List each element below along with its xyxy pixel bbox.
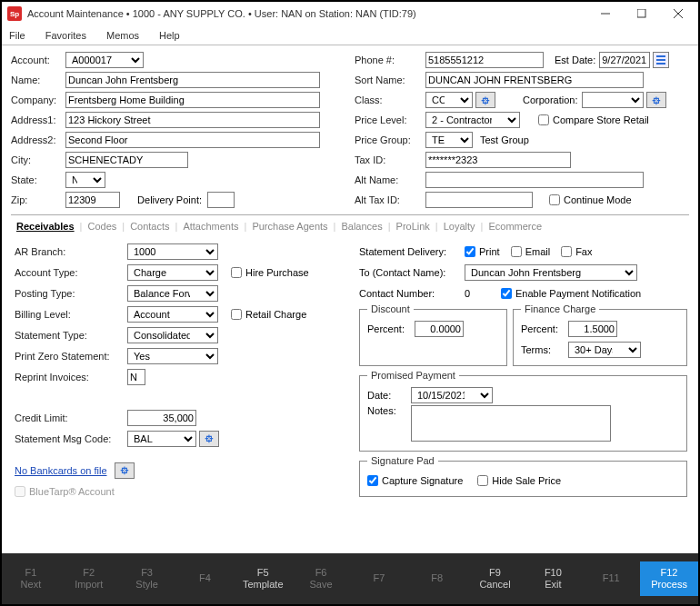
f12-process[interactable]: F12Process [640, 561, 698, 596]
menu-favorites[interactable]: Favorites [42, 28, 90, 43]
app-icon: Sp [7, 6, 22, 21]
finance-terms-label: Terms: [521, 344, 568, 355]
lookup-icon: ⯐ [205, 433, 214, 443]
hire-purchase-checkbox[interactable]: Hire Purchase [231, 267, 309, 278]
bluetarp-checkbox: BlueTarp® Account [15, 486, 115, 497]
phone-input[interactable] [425, 52, 544, 68]
billinglevel-label: Billing Level: [15, 309, 127, 320]
f11[interactable]: F11 [582, 567, 640, 590]
print-checkbox[interactable]: Print [465, 246, 500, 257]
arbranch-select[interactable]: 1000 [127, 243, 218, 260]
company-input[interactable] [65, 92, 320, 108]
fax-checkbox[interactable]: Fax [561, 246, 592, 257]
tab-purchase-agents[interactable]: Purchase Agents [246, 219, 333, 233]
tab-contacts[interactable]: Contacts [125, 219, 175, 233]
printzero-select[interactable]: Yes [127, 348, 218, 364]
discount-fieldset: Discount Percent: [359, 303, 507, 366]
tab-prolink[interactable]: ProLink [391, 219, 435, 233]
tab-ecommerce[interactable]: Ecommerce [483, 219, 547, 233]
creditlimit-label: Credit Limit: [15, 412, 127, 423]
promised-notes-input[interactable] [411, 405, 611, 442]
taxid-input[interactable] [425, 152, 571, 168]
msgcode-select[interactable]: BAL [127, 431, 196, 447]
altname-input[interactable] [425, 172, 644, 188]
menu-file[interactable]: File [5, 28, 29, 43]
compare-retail-checkbox[interactable]: Compare Store Retail [538, 114, 649, 125]
corporation-select[interactable] [582, 92, 644, 108]
billinglevel-select[interactable]: Account [127, 306, 218, 323]
promised-legend: Promised Payment [367, 370, 459, 381]
corporation-lookup-button[interactable]: ⯐ [646, 92, 666, 108]
list-icon[interactable] [653, 52, 669, 68]
promised-date-select[interactable]: 10/15/2021 [411, 387, 493, 403]
enable-notification-checkbox[interactable]: Enable Payment Notification [501, 288, 641, 299]
finance-percent-input[interactable] [568, 321, 617, 337]
pricegroup-select[interactable]: TES [425, 132, 473, 148]
state-select[interactable]: NY [65, 172, 105, 188]
menu-help[interactable]: Help [155, 28, 184, 43]
f3-style[interactable]: F3Style [118, 561, 176, 596]
tab-receivables[interactable]: Receivables [11, 219, 80, 233]
delivery-point-input[interactable] [207, 192, 235, 208]
tab-codes[interactable]: Codes [82, 219, 122, 233]
address2-label: Address2: [11, 134, 65, 145]
state-label: State: [11, 174, 65, 185]
continue-mode-checkbox[interactable]: Continue Mode [549, 194, 632, 205]
f1-next[interactable]: F1Next [2, 561, 60, 596]
alttaxid-input[interactable] [425, 192, 533, 208]
f9-cancel[interactable]: F9Cancel [466, 561, 525, 596]
zip-input[interactable] [65, 192, 120, 208]
class-lookup-button[interactable]: ⯐ [475, 92, 495, 108]
menu-bar: File Favorites Memos Help [2, 25, 698, 45]
lookup-icon: ⯐ [652, 95, 661, 105]
discount-percent-input[interactable] [415, 321, 464, 337]
msgcode-lookup-button[interactable]: ⯐ [199, 431, 219, 447]
tab-attachments[interactable]: Attachments [177, 219, 244, 233]
bankcards-lookup-button[interactable]: ⯐ [115, 462, 135, 479]
address1-input[interactable] [65, 112, 320, 128]
creditlimit-input[interactable] [127, 410, 196, 426]
hide-sale-price-checkbox[interactable]: Hide Sale Price [477, 475, 561, 486]
postingtype-label: Posting Type: [15, 288, 127, 299]
address2-input[interactable] [65, 132, 320, 148]
f10-exit[interactable]: F10Exit [524, 561, 582, 596]
tocontact-label: To (Contact Name): [359, 267, 465, 278]
postingtype-select[interactable]: Balance Forward [127, 285, 218, 302]
svg-rect-6 [656, 63, 665, 65]
retail-charge-checkbox[interactable]: Retail Charge [231, 309, 306, 320]
maximize-button[interactable] [624, 2, 660, 25]
sigpad-legend: Signature Pad [367, 455, 438, 466]
no-bankcards-link[interactable]: No Bankcards on file [15, 465, 107, 476]
f2-import[interactable]: F2Import [60, 561, 118, 596]
account-select[interactable]: A000017 [65, 52, 144, 68]
tab-balances[interactable]: Balances [335, 219, 387, 233]
accounttype-select[interactable]: Charge [127, 264, 218, 281]
f8[interactable]: F8 [408, 567, 466, 590]
pricelevel-select[interactable]: 2 - Contractor [425, 112, 520, 128]
class-select[interactable]: CON [425, 92, 473, 108]
finance-fieldset: Finance Charge Percent: Terms: 30+ Days [513, 303, 687, 366]
estdate-input[interactable] [599, 52, 650, 68]
statementtype-select[interactable]: Consolidated [127, 327, 218, 343]
f6-save[interactable]: F6Save [292, 561, 350, 596]
address1-label: Address1: [11, 114, 65, 125]
capture-signature-checkbox[interactable]: Capture Signature [367, 475, 463, 486]
contactnumber-label: Contact Number: [359, 288, 465, 299]
reprint-input[interactable] [127, 369, 145, 385]
minimize-button[interactable] [587, 2, 624, 25]
close-button[interactable] [660, 2, 696, 25]
f7[interactable]: F7 [350, 567, 408, 590]
menu-memos[interactable]: Memos [103, 28, 143, 43]
finance-terms-select[interactable]: 30+ Days [568, 342, 641, 358]
discount-legend: Discount [367, 303, 414, 314]
city-input[interactable] [65, 152, 188, 168]
tab-loyalty[interactable]: Loyalty [438, 219, 481, 233]
sortname-input[interactable] [425, 72, 644, 88]
f4[interactable]: F4 [175, 567, 234, 590]
email-checkbox[interactable]: Email [511, 246, 551, 257]
contactnumber-value: 0 [465, 288, 483, 299]
tocontact-select[interactable]: Duncan John Frentsberg [465, 264, 637, 281]
f5-template[interactable]: F5Template [234, 561, 292, 596]
name-input[interactable] [65, 72, 320, 88]
account-label: Account: [11, 55, 65, 65]
